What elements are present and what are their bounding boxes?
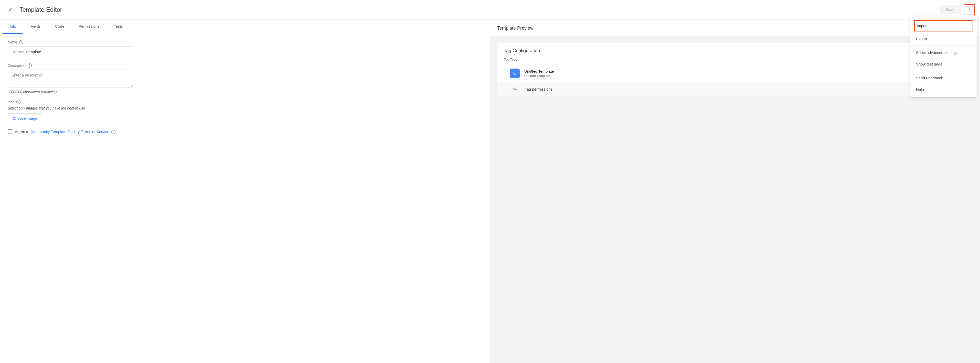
menu-divider: [910, 71, 977, 71]
svg-point-1: [969, 9, 969, 10]
menu-feedback[interactable]: Send Feedback: [910, 72, 977, 84]
tag-badge: U: [510, 68, 520, 78]
header: Template Editor Save: [0, 0, 980, 19]
preview-title: Template Preview: [490, 19, 980, 36]
form-area: Name ? Description ? 200/200 characters …: [0, 34, 490, 140]
tab-code[interactable]: Code: [48, 19, 72, 34]
menu-import[interactable]: Import: [914, 20, 974, 32]
icon-group: Icon ? Select only images that you have …: [8, 100, 482, 123]
icon-label: Icon: [8, 100, 14, 104]
help-icon[interactable]: ?: [16, 100, 21, 104]
close-icon: [8, 7, 13, 12]
description-textarea[interactable]: [8, 70, 133, 87]
permissions-label: Tag permissions: [525, 87, 552, 91]
tag-sub: Custom Template: [524, 74, 554, 78]
page-title: Template Editor: [19, 6, 940, 13]
tab-fields[interactable]: Fields: [23, 19, 48, 34]
agree-checkbox[interactable]: [8, 130, 12, 134]
char-remaining: 200/200 characters remaining: [8, 90, 482, 94]
name-label: Name: [8, 40, 17, 44]
tab-info[interactable]: Info: [3, 19, 23, 34]
tab-tests[interactable]: Tests: [107, 19, 130, 34]
help-icon[interactable]: ?: [111, 130, 115, 134]
right-pane: Template Preview Tag Configuration Tag T…: [490, 19, 980, 363]
description-label: Description: [8, 63, 25, 68]
tag-name: Untitled Template: [524, 69, 554, 73]
card-title: Tag Configuration: [497, 43, 973, 57]
agree-row: Agree to Community Template Gallery Term…: [8, 130, 482, 134]
agree-prefix: Agree to: [15, 130, 30, 134]
menu-help[interactable]: Help: [910, 84, 977, 95]
tag-info: Untitled Template Custom Template: [524, 69, 554, 78]
terms-link[interactable]: Community Template Gallery Terms of Serv…: [30, 130, 109, 134]
more-menu-button[interactable]: [964, 4, 975, 15]
icon-note: Select only images that you have the rig…: [8, 106, 482, 110]
name-group: Name ?: [8, 40, 482, 57]
more-vert-icon: [967, 7, 972, 12]
permissions-row[interactable]: Tag permissions: [497, 82, 973, 96]
body: Info Fields Code Permissions Tests Name …: [0, 19, 980, 363]
name-input[interactable]: [8, 46, 133, 57]
description-group: Description ? 200/200 characters remaini…: [8, 63, 482, 94]
left-pane: Info Fields Code Permissions Tests Name …: [0, 19, 490, 363]
tag-type-label: Tag Type: [497, 57, 973, 65]
tabs: Info Fields Code Permissions Tests: [0, 19, 490, 34]
tab-permissions[interactable]: Permissions: [72, 19, 107, 34]
svg-point-2: [969, 11, 969, 11]
key-icon: [512, 86, 518, 92]
agree-text: Agree to Community Template Gallery Term…: [15, 130, 115, 134]
menu-advanced[interactable]: Show advanced settings: [910, 47, 977, 58]
choose-image-button[interactable]: Choose image: [8, 113, 42, 123]
svg-point-0: [969, 8, 969, 8]
save-button[interactable]: Save: [940, 5, 961, 14]
menu-test-page[interactable]: Show test page: [910, 58, 977, 70]
close-button[interactable]: [5, 5, 15, 15]
tag-row[interactable]: U Untitled Template Custom Template: [497, 65, 973, 82]
preview-card: Tag Configuration Tag Type U Untitled Te…: [497, 43, 973, 96]
help-icon[interactable]: ?: [28, 63, 32, 68]
more-menu: Import Export Show advanced settings Sho…: [910, 16, 977, 97]
help-icon[interactable]: ?: [19, 40, 23, 44]
menu-export[interactable]: Export: [910, 33, 977, 44]
